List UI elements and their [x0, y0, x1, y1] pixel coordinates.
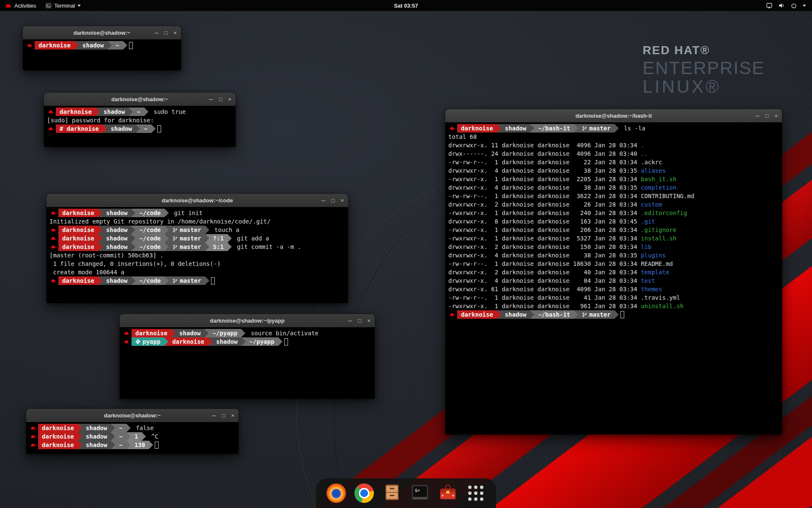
terminal-text: themes	[641, 285, 662, 293]
prompt-segment-git: master	[574, 124, 614, 133]
terminal-line: -rw-rw-r--. 1 darknoise darknoise 22 Jan…	[448, 158, 779, 166]
minimize-button[interactable]: ─	[321, 198, 325, 203]
activities-button[interactable]: Activities	[0, 0, 41, 11]
prompt-segment-user: darknoise	[56, 108, 96, 116]
terminal-line: darknoiseshadow~	[26, 41, 178, 50]
terminal-text: touch a	[211, 226, 239, 234]
dock-item-terminal[interactable]: $>	[410, 483, 430, 503]
dock: $>	[316, 478, 496, 508]
terminal-line: darknoiseshadow~/codemaster	[49, 276, 345, 285]
terminal-line: drwxrwxr-x. 4 darknoise darknoise 38 Jan…	[448, 183, 779, 192]
firefox-icon	[326, 483, 346, 503]
terminal-window-home-sudo[interactable]: darknoise@shadow:~─□×darknoiseshadow~ su…	[44, 93, 236, 147]
prompt-segment-host: shadow	[497, 124, 530, 133]
dock-item-chrome[interactable]	[354, 483, 374, 503]
terminal-window-pyapp[interactable]: darknoise@shadow:~/pyapp─□×darknoiseshad…	[120, 314, 375, 399]
power-icon[interactable]	[790, 2, 797, 9]
terminal-text: ls -la	[620, 124, 645, 133]
terminal-text: .ackrc	[641, 158, 662, 166]
maximize-button[interactable]: □	[222, 413, 225, 418]
terminal-text: drwxrwxr-x. 4 darknoise darknoise 38 Jan…	[448, 183, 641, 192]
terminal-text: [sudo] password for darknoise:	[47, 116, 157, 124]
terminal-line: darknoiseshadow~ false	[29, 424, 236, 432]
terminal-body[interactable]: darknoiseshadow~ falsedarknoiseshadow~1 …	[26, 422, 239, 454]
close-button[interactable]: ×	[340, 198, 344, 203]
close-button[interactable]: ×	[228, 97, 231, 102]
volume-icon[interactable]	[778, 2, 785, 9]
prompt-segment-host: shadow	[208, 337, 241, 346]
terminal-body[interactable]: darknoiseshadow~/pyapp source bin/activa…	[120, 327, 375, 399]
terminal-body[interactable]: darknoiseshadow~ sudo true[sudo] passwor…	[44, 106, 236, 147]
terminal-window-code[interactable]: darknoise@shadow:~/code─□×darknoiseshado…	[47, 194, 348, 303]
close-button[interactable]: ×	[774, 113, 778, 119]
window-title: darknoise@shadow:~/pyapp	[210, 318, 284, 324]
dock-item-toolbox[interactable]	[438, 483, 458, 503]
terminal-text: -rwxrwxr-x. 1 darknoise darknoise 206 Ja…	[448, 226, 641, 234]
chevron-down-icon[interactable]	[803, 5, 806, 7]
prompt-segment-user: darknoise	[58, 234, 98, 243]
window-titlebar[interactable]: darknoise@shadow:~─□×	[44, 93, 236, 106]
terminal-line: [master (root-commit) 50bcb63] .	[49, 251, 345, 260]
redhat-logo-icon	[5, 3, 12, 8]
prompt-segment-host: shadow	[78, 424, 111, 432]
chrome-icon	[354, 483, 374, 503]
terminal-text: -rw-rw-r--. 1 darknoise darknoise 18630 …	[448, 260, 641, 268]
dock-item-files[interactable]	[382, 483, 402, 503]
close-button[interactable]: ×	[173, 30, 177, 36]
terminal-text: drwxrwxr-x. 2 darknoise darknoise 40 Jan…	[448, 268, 641, 276]
close-button[interactable]: ×	[231, 413, 234, 418]
prompt-segment-host: shadow	[96, 108, 129, 116]
minimize-button[interactable]: ─	[348, 318, 352, 323]
app-grid-icon	[468, 486, 483, 501]
dock-item-firefox[interactable]	[326, 483, 346, 503]
terminal-text: aliases	[641, 166, 666, 175]
dock-item-app-grid[interactable]	[466, 483, 486, 503]
terminal-line: [sudo] password for darknoise:	[47, 116, 233, 124]
window-titlebar[interactable]: darknoise@shadow:~/code─□×	[47, 194, 348, 207]
redhat-prompt-icon	[50, 236, 56, 240]
prompt-segment-path: ~/bash-it	[530, 310, 574, 319]
maximize-button[interactable]: □	[332, 198, 335, 203]
terminal-body[interactable]: darknoiseshadow~/code git initInitialize…	[47, 207, 348, 303]
prompt-segment-path: ~/pyapp	[241, 337, 278, 346]
prompt-segment-path: ~/code	[131, 243, 165, 251]
window-titlebar[interactable]: darknoise@shadow:~─□×	[26, 409, 239, 422]
terminal-text: custom	[641, 200, 662, 209]
terminal-window-bash-it[interactable]: darknoise@shadow:~/bash-it─□×darknoisesh…	[445, 109, 782, 434]
window-titlebar[interactable]: darknoise@shadow:~─□×	[23, 26, 181, 40]
terminal-window-home-exit[interactable]: darknoise@shadow:~─□×darknoiseshadow~ fa…	[26, 409, 239, 454]
minimize-button[interactable]: ─	[209, 97, 213, 102]
terminal-text: drwxrwxr-x. 2 darknoise darknoise 150 Ja…	[448, 243, 641, 251]
maximize-button[interactable]: □	[165, 30, 168, 36]
terminal-text: false	[132, 424, 154, 432]
prompt-segment-host: shadow	[74, 41, 108, 50]
terminal-cursor	[211, 277, 215, 284]
app-menu-terminal[interactable]: Terminal	[41, 0, 85, 11]
terminal-line: -rwxrwxr-x. 1 darknoise darknoise 240 Ja…	[448, 209, 779, 217]
window-titlebar[interactable]: darknoise@shadow:~/bash-it─□×	[445, 109, 782, 123]
prompt-segment-host: shadow	[98, 209, 132, 217]
minimize-button[interactable]: ─	[755, 113, 759, 119]
minimize-button[interactable]: ─	[212, 413, 216, 418]
minimize-button[interactable]: ─	[154, 30, 158, 36]
terminal-window-home-1[interactable]: darknoise@shadow:~─□×darknoiseshadow~	[23, 26, 181, 70]
maximize-button[interactable]: □	[765, 113, 769, 119]
display-icon[interactable]	[766, 2, 773, 9]
close-button[interactable]: ×	[367, 318, 370, 323]
python-icon	[135, 339, 140, 344]
terminal-line: drwxrwxr-x. 2 darknoise darknoise 26 Jan…	[448, 200, 779, 209]
terminal-line: drwxrwxr-x. 2 darknoise darknoise 40 Jan…	[448, 268, 779, 276]
clock[interactable]: Sat 03:57	[394, 3, 418, 9]
prompt-segment-user: darknoise	[132, 329, 171, 337]
maximize-button[interactable]: □	[358, 318, 362, 323]
prompt-segment-host: shadow	[78, 441, 111, 449]
window-controls: ─□×	[348, 314, 370, 327]
window-titlebar[interactable]: darknoise@shadow:~/pyapp─□×	[120, 314, 375, 328]
maximize-button[interactable]: □	[219, 97, 222, 102]
terminal-body[interactable]: darknoiseshadow~	[23, 39, 181, 70]
prompt-segment-user: darknoise	[38, 424, 78, 432]
redhat-prompt-icon	[50, 211, 56, 215]
window-controls: ─□×	[209, 93, 231, 106]
terminal-body[interactable]: darknoiseshadow~/bash-itmaster ls -latot…	[445, 122, 782, 434]
terminal-line: Initialized empty Git repository in /hom…	[49, 217, 345, 226]
